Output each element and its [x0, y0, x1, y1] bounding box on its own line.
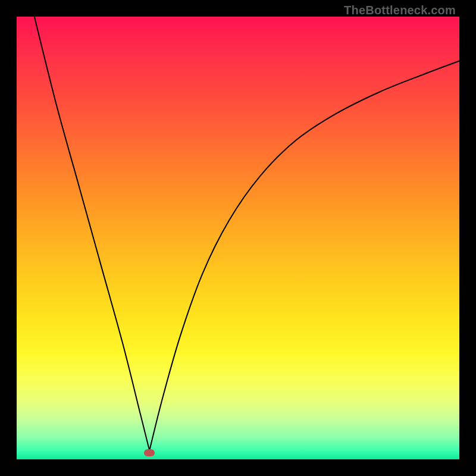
curve-left	[35, 17, 149, 450]
curve-right	[149, 61, 459, 450]
chart-frame: TheBottleneck.com	[0, 0, 476, 476]
bottleneck-marker	[144, 449, 155, 456]
plot-area	[17, 17, 459, 459]
watermark-text: TheBottleneck.com	[344, 4, 456, 17]
curve-svg	[17, 17, 459, 459]
